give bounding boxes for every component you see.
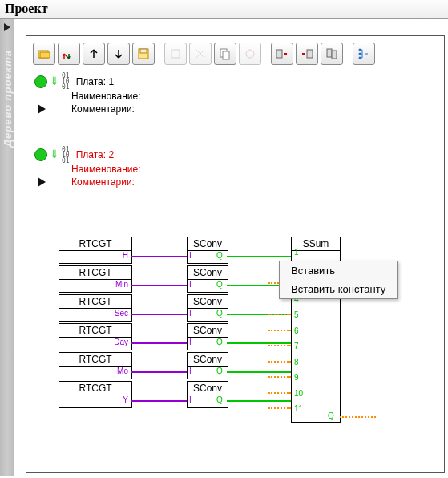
block-header: RTCGT xyxy=(59,353,131,367)
wire xyxy=(227,400,291,402)
port-i: I xyxy=(189,338,192,346)
wire xyxy=(131,314,187,315)
port-q: Q xyxy=(216,338,223,346)
expand-arrow-icon[interactable] xyxy=(38,104,46,114)
block-header: SConv xyxy=(188,295,228,309)
tb-open-icon[interactable] xyxy=(33,43,55,65)
block-header: SConv xyxy=(188,266,228,280)
tb-cut-icon xyxy=(164,43,187,65)
port-i: I xyxy=(189,251,192,260)
ctx-insert[interactable]: Вставить xyxy=(280,261,397,280)
block-header: RTCGT xyxy=(59,382,131,395)
ssum-pin: 8 xyxy=(294,358,299,367)
plata-comment-label: Комментарии: xyxy=(71,176,135,188)
block-header: RTCGT xyxy=(59,324,131,338)
wire xyxy=(227,256,291,257)
port-label: Day xyxy=(108,338,128,346)
ssum-pin: 11 xyxy=(294,404,303,413)
port-label: Y xyxy=(108,395,128,404)
bits-icon: 011001 xyxy=(62,73,70,91)
ssum-pin: 6 xyxy=(294,326,299,335)
block-header: SConv xyxy=(188,353,228,367)
block-header: SConv xyxy=(188,382,228,395)
tb-up-icon[interactable] xyxy=(83,43,105,65)
plata-name-label: Наименование: xyxy=(71,91,439,102)
ctx-insert-constant[interactable]: Вставить константу xyxy=(280,280,397,298)
port-q: Q xyxy=(216,395,223,404)
tb-del-right-icon[interactable] xyxy=(296,43,318,65)
tb-copy-icon[interactable] xyxy=(214,43,236,65)
port-q: Q xyxy=(216,251,223,260)
expand-arrow-icon[interactable] xyxy=(38,177,46,187)
wire xyxy=(268,314,291,315)
plata-title: Плата: 2 xyxy=(76,149,114,160)
port-i: I xyxy=(189,309,192,318)
wire xyxy=(268,345,291,346)
tb-paste-icon xyxy=(239,43,261,65)
port-i: I xyxy=(189,367,192,375)
plata-name-label: Наименование: xyxy=(71,164,439,175)
wire xyxy=(268,330,291,331)
sidebar-project-tree[interactable]: Дерево проекта xyxy=(0,19,14,476)
tb-tree-icon[interactable] xyxy=(353,43,375,65)
tb-save-icon[interactable] xyxy=(132,43,155,65)
svg-rect-1 xyxy=(40,52,50,58)
svg-point-7 xyxy=(246,50,254,58)
wire xyxy=(131,400,187,402)
signal-icon: ⇓ xyxy=(50,78,59,86)
port-q: Q xyxy=(328,411,334,420)
status-dot-icon xyxy=(34,148,47,161)
svg-rect-9 xyxy=(307,50,313,58)
bits-icon: 011001 xyxy=(62,147,70,164)
port-label: Mo xyxy=(108,367,128,375)
svg-rect-4 xyxy=(172,50,180,58)
wire xyxy=(227,342,291,344)
port-q: Q xyxy=(216,280,223,289)
plata-comment-label: Комментарии: xyxy=(71,103,135,115)
svg-rect-8 xyxy=(276,50,282,58)
wire xyxy=(131,285,187,286)
tb-refresh-icon[interactable] xyxy=(58,43,80,65)
svg-point-13 xyxy=(359,53,361,55)
port-i: I xyxy=(189,395,192,404)
svg-rect-11 xyxy=(332,51,337,59)
svg-point-14 xyxy=(359,57,361,59)
block-header: SConv xyxy=(188,324,228,338)
wire xyxy=(131,342,187,344)
ssum-pin: 1 xyxy=(294,248,299,257)
tb-down-icon[interactable] xyxy=(107,43,130,65)
tb-dup-icon[interactable] xyxy=(321,43,343,65)
tb-scissors-icon xyxy=(189,43,212,65)
wire xyxy=(268,407,291,409)
wire xyxy=(268,376,291,378)
sidebar-label: Дерево проекта xyxy=(2,50,14,147)
block-header: SSum xyxy=(292,237,340,251)
wire xyxy=(131,256,187,257)
plata-title: Плата: 1 xyxy=(76,76,114,87)
wire xyxy=(268,361,291,363)
window-title: Проект xyxy=(0,0,448,19)
svg-rect-3 xyxy=(140,49,147,53)
block-header: RTCGT xyxy=(59,237,131,251)
block-diagram[interactable]: RTCGTHRTCGTMinRTCGTSecRTCGTDayRTCGTMoRTC… xyxy=(59,237,435,461)
svg-rect-10 xyxy=(327,49,332,57)
block-header: RTCGT xyxy=(59,266,131,280)
wire xyxy=(227,371,291,373)
ssum-pin: 5 xyxy=(294,310,299,319)
wire xyxy=(131,371,187,373)
signal-icon: ⇓ xyxy=(50,151,59,159)
toolbar xyxy=(31,41,439,67)
port-i: I xyxy=(189,280,192,289)
sidebar-expand-icon xyxy=(4,23,10,31)
plata-group-1: ⇓ 011001 Плата: 1 Наименование: Коммента… xyxy=(34,73,439,115)
tb-del-left-icon[interactable] xyxy=(271,43,293,65)
ssum-pin: 7 xyxy=(294,342,299,350)
ssum-pin: 9 xyxy=(294,373,299,382)
port-q: Q xyxy=(216,309,223,318)
context-menu: Вставить Вставить константу xyxy=(279,261,398,299)
port-label: Sec xyxy=(108,309,128,318)
plata-group-2: ⇓ 011001 Плата: 2 Наименование: Коммента… xyxy=(34,147,439,188)
svg-point-12 xyxy=(359,49,361,51)
block-header: SConv xyxy=(188,237,228,251)
wire xyxy=(268,392,291,394)
